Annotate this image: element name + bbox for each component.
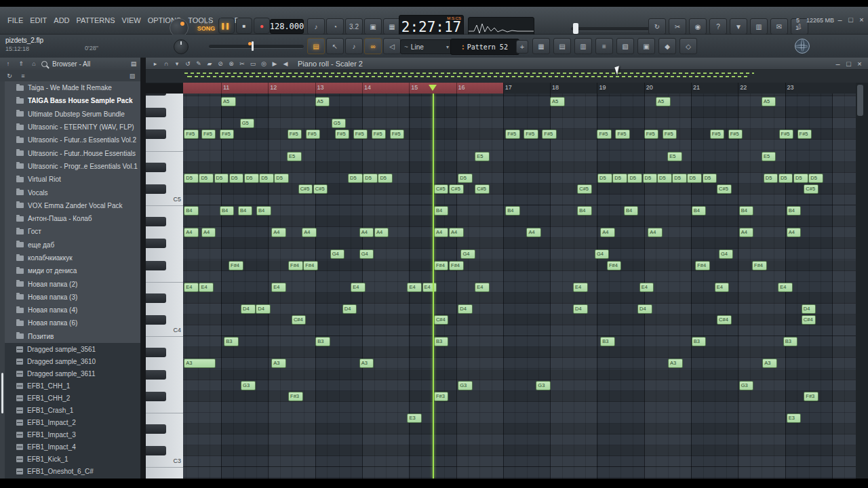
piano-key-black[interactable] bbox=[146, 108, 166, 117]
note[interactable]: B3 bbox=[224, 337, 239, 346]
note[interactable]: G4 bbox=[460, 249, 475, 259]
up-icon[interactable]: ↑ bbox=[3, 59, 14, 68]
note[interactable]: D4 bbox=[573, 304, 588, 314]
pr-close-button[interactable]: × bbox=[855, 60, 864, 68]
slice-tool-icon[interactable]: ✂ bbox=[237, 59, 248, 68]
note[interactable]: C#4 bbox=[434, 315, 449, 325]
timeline-selection[interactable] bbox=[183, 83, 503, 94]
snap-dropdown-icon[interactable]: ▾ bbox=[172, 59, 182, 68]
note[interactable]: B4 bbox=[739, 206, 754, 216]
pause-button[interactable]: ▌▌ bbox=[218, 18, 235, 34]
note[interactable]: E4 bbox=[778, 283, 793, 292]
browser-item[interactable]: Dragged sample_3561 bbox=[0, 343, 140, 355]
piano-keyboard[interactable]: C5C4C3 bbox=[146, 94, 183, 479]
note[interactable]: F#5 bbox=[797, 129, 812, 139]
note[interactable]: B4 bbox=[624, 206, 639, 216]
note-tool-icon[interactable]: ♪ bbox=[345, 38, 363, 54]
channel-rack-icon[interactable]: ▤ bbox=[553, 38, 571, 54]
wait-input-icon[interactable]: ◔ bbox=[326, 18, 344, 35]
note[interactable]: E3 bbox=[787, 413, 802, 423]
piano-roll-overview-strip[interactable] bbox=[146, 70, 868, 83]
mixer-icon[interactable]: ▧ bbox=[616, 38, 634, 54]
note[interactable]: F#5 bbox=[220, 129, 235, 139]
pr-minimize-button[interactable]: – bbox=[833, 60, 842, 68]
touch-controller-icon[interactable]: ◇ bbox=[679, 38, 697, 54]
piano-roll-scrollbar-thumb[interactable] bbox=[857, 85, 863, 116]
note[interactable]: E5 bbox=[287, 152, 302, 161]
note[interactable]: E5 bbox=[475, 152, 490, 161]
note-grid[interactable]: A5A5A5A5A5G5G5F#5F#5F#5F#5F#5F#5F#5F#5F#… bbox=[183, 94, 856, 479]
top-icon[interactable]: ⇑ bbox=[16, 59, 26, 68]
note[interactable]: B4 bbox=[577, 206, 592, 216]
note[interactable]: D5 bbox=[274, 174, 289, 183]
note[interactable]: G4 bbox=[330, 249, 345, 259]
link-icon[interactable]: ∞ bbox=[364, 38, 382, 54]
note[interactable]: E5 bbox=[762, 152, 776, 161]
note[interactable]: A4 bbox=[449, 228, 464, 237]
note[interactable]: E4 bbox=[639, 283, 654, 292]
note[interactable]: A3 bbox=[762, 359, 777, 368]
mic-icon[interactable]: ◉ bbox=[689, 18, 707, 35]
main-pitch-slider[interactable] bbox=[209, 44, 304, 49]
note[interactable]: F#5 bbox=[524, 129, 538, 139]
pr-speaker-icon[interactable]: ◀ bbox=[280, 59, 291, 68]
note[interactable]: B4 bbox=[184, 206, 199, 216]
browser-item[interactable]: EFB1_Impact_3 bbox=[0, 429, 140, 441]
note[interactable]: A4 bbox=[201, 228, 216, 237]
note[interactable]: B4 bbox=[692, 206, 707, 216]
help-icon[interactable]: ? bbox=[709, 18, 727, 35]
bpm-display[interactable]: 128.000 bbox=[270, 19, 304, 34]
piano-key-black[interactable] bbox=[146, 163, 166, 172]
note[interactable]: E4 bbox=[475, 283, 490, 292]
app-close-button[interactable]: × bbox=[857, 16, 866, 24]
note[interactable]: B4 bbox=[505, 206, 520, 216]
metronome-icon[interactable]: ♪ bbox=[307, 18, 325, 35]
browser-item[interactable]: EFB1_CHH_1 bbox=[0, 380, 140, 392]
browser-item[interactable]: Позитив bbox=[0, 330, 140, 343]
browser-item[interactable]: EFB1_Crash_1 bbox=[0, 404, 140, 416]
home-icon[interactable]: ⌂ bbox=[28, 59, 39, 68]
note[interactable]: F#5 bbox=[184, 129, 199, 139]
note[interactable]: C#5 bbox=[313, 184, 328, 194]
arrow-tool-icon[interactable]: ↖ bbox=[326, 38, 344, 54]
note[interactable]: F#4 bbox=[607, 261, 622, 270]
view-mode-icon[interactable]: ▨ bbox=[128, 73, 136, 79]
note[interactable]: C#4 bbox=[717, 315, 732, 325]
note[interactable]: E4 bbox=[422, 283, 437, 292]
note[interactable]: E4 bbox=[184, 283, 199, 292]
cut-icon[interactable]: ✂ bbox=[669, 18, 686, 35]
note[interactable]: A5 bbox=[221, 97, 236, 106]
menu-file[interactable]: FILE bbox=[4, 7, 26, 34]
note[interactable]: C#5 bbox=[434, 184, 449, 194]
browser-item[interactable]: Антон-Паша - Колаб bbox=[0, 212, 140, 225]
refresh-icon[interactable]: ↻ bbox=[4, 71, 15, 81]
note[interactable]: E4 bbox=[715, 283, 730, 292]
note[interactable]: F#5 bbox=[542, 129, 557, 139]
browser-item[interactable]: EFB1_CHH_2 bbox=[0, 392, 140, 404]
note[interactable]: D5 bbox=[793, 174, 808, 183]
note[interactable]: F#5 bbox=[597, 129, 612, 139]
note[interactable]: F#5 bbox=[505, 129, 520, 139]
browser-item[interactable]: Ultrasonic - Progr..e Essentials Vol.1 bbox=[0, 160, 140, 173]
speaker-icon[interactable]: ◁ bbox=[383, 38, 401, 54]
piano-key-black[interactable] bbox=[146, 348, 166, 357]
app-minimize-button[interactable]: – bbox=[835, 16, 844, 24]
paint-tool-icon[interactable]: ▰ bbox=[204, 59, 215, 68]
pr-menu-icon[interactable]: ▸ bbox=[150, 59, 161, 68]
note[interactable]: F#3 bbox=[804, 392, 818, 401]
magnet-icon[interactable]: ∩ bbox=[161, 59, 172, 68]
note[interactable]: E4 bbox=[573, 283, 588, 292]
piano-key-black[interactable] bbox=[146, 129, 166, 139]
note[interactable]: G4 bbox=[595, 249, 610, 259]
note[interactable]: A3 bbox=[271, 359, 286, 368]
playlist-icon[interactable]: ▦ bbox=[532, 38, 550, 54]
app-maximize-button[interactable]: □ bbox=[846, 16, 855, 24]
note[interactable]: F#4 bbox=[229, 261, 243, 270]
piano-key-black[interactable] bbox=[146, 217, 166, 226]
note[interactable]: A5 bbox=[762, 97, 776, 106]
note[interactable]: D5 bbox=[778, 174, 793, 183]
note[interactable]: D5 bbox=[214, 174, 229, 183]
note[interactable]: D5 bbox=[627, 174, 642, 183]
note[interactable]: D5 bbox=[808, 174, 823, 183]
browser-item[interactable]: Ultimate Dubstep Serum Bundle bbox=[0, 108, 140, 121]
